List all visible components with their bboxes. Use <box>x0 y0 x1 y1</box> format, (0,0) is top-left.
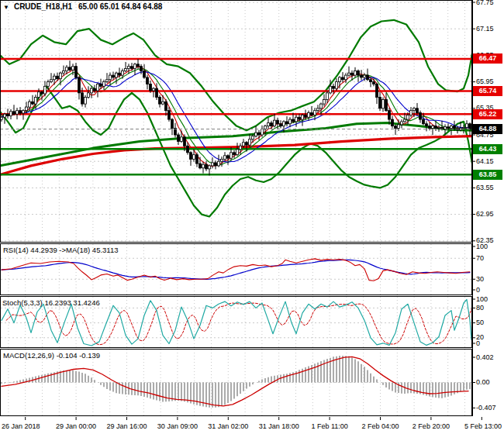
time-axis-label: 30 Jan 09:00 <box>157 422 198 430</box>
price-level-badge: 64.43 <box>473 144 502 154</box>
time-axis-label: 29 Jan 16:00 <box>106 422 147 430</box>
ohlc-values-label: 65.00 65.01 64.84 64.88 <box>78 2 162 11</box>
rsi-axis-label: 0 <box>476 286 480 294</box>
chart-title-bar: ▼CRUDE_H18,H165.00 65.01 64.84 64.88 <box>3 2 162 11</box>
time-axis-label: 29 Jan 00:00 <box>56 422 96 430</box>
chart-window: ▼CRUDE_H18,H165.00 65.01 64.84 64.88 RSI… <box>0 0 504 434</box>
macd-axis-label: 0.402 <box>476 353 494 362</box>
stoch-axis-label: 0 <box>476 339 480 348</box>
macd-panel[interactable] <box>2 356 470 408</box>
rsi-axis-label: 30 <box>476 275 484 284</box>
chart-canvas[interactable] <box>0 0 504 434</box>
time-axis[interactable] <box>26 417 482 420</box>
price-axis-label: 63.55 <box>476 184 494 192</box>
symbol-period-label: CRUDE_H18,H1 <box>14 2 72 11</box>
rsi-axis-label: 70 <box>476 254 484 263</box>
rsi-indicator-label: RSI(14) 44.2939 ->MA(18) 45.3113 <box>3 246 118 254</box>
time-axis-label: 2 Feb 04:00 <box>361 422 399 430</box>
time-axis-label: 5 Feb 13:00 <box>464 422 502 430</box>
price-level-badge: 64.88 <box>473 124 502 134</box>
rsi-panel[interactable] <box>2 259 470 281</box>
price-level-badge: 63.85 <box>473 170 502 180</box>
time-axis-label: 26 Jan 2018 <box>2 422 40 430</box>
price-level-badge: 66.47 <box>473 53 502 64</box>
rsi-axis-label: 100 <box>476 243 488 251</box>
time-axis-label: 31 Jan 18:00 <box>259 422 299 430</box>
stoch-axis-label: 80 <box>476 304 484 312</box>
stoch-indicator-label: Stoch(5,3,3) 16.2393 31.4246 <box>2 298 100 307</box>
main-chart[interactable] <box>0 20 472 217</box>
price-axis-label: 67.15 <box>476 25 494 33</box>
symbol-dropdown-icon[interactable]: ▼ <box>3 4 9 11</box>
macd-axis-label: -0.407 <box>476 404 496 412</box>
stoch-axis-label: 100 <box>476 295 488 304</box>
price-axis-label: 62.95 <box>476 210 494 219</box>
stoch-axis-label: 50 <box>476 319 484 327</box>
price-level-badge: 65.22 <box>473 109 502 119</box>
time-axis-label: 1 Feb 11:00 <box>311 422 347 430</box>
time-axis-label: 2 Feb 20:00 <box>413 422 450 430</box>
price-axis-label: 67.75 <box>476 0 494 7</box>
macd-indicator-label: MACD(12,26,9) -0.104 -0.139 <box>3 351 100 360</box>
price-level-badge: 65.74 <box>473 86 502 96</box>
macd-axis-label: 0.00 <box>476 378 490 387</box>
price-axis-label: 64.15 <box>476 157 494 166</box>
price-axis-label: 65.95 <box>476 78 494 86</box>
time-axis-label: 31 Jan 02:00 <box>208 422 248 430</box>
